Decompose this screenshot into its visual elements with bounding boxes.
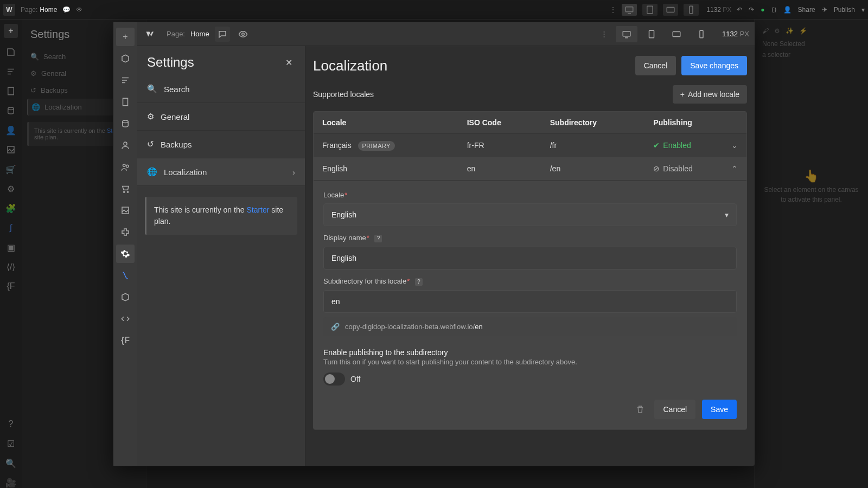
modal-apps-icon[interactable]: [116, 223, 135, 241]
locale-name-en: English: [314, 157, 458, 181]
locale-row-fr[interactable]: Français PRIMARY fr-FR /fr ✔Enabled ⌄: [314, 134, 746, 157]
modal-ecommerce-icon[interactable]: [116, 179, 135, 198]
ecommerce-icon[interactable]: 🛒: [5, 164, 16, 175]
checklist-icon[interactable]: ☑: [5, 438, 16, 449]
link-icon: 🔗: [331, 323, 340, 331]
form-save-button[interactable]: Save: [702, 400, 737, 419]
close-settings-icon[interactable]: ✕: [282, 56, 295, 69]
share-button[interactable]: Share: [798, 6, 815, 14]
video-icon[interactable]: 🎥: [5, 477, 16, 488]
publish-chevron-icon[interactable]: ▾: [861, 6, 865, 14]
publish-icon[interactable]: ✈: [822, 6, 827, 14]
settings-rail-icon[interactable]: ⚙: [5, 183, 16, 194]
modal-breakpoint-tablet-icon[interactable]: [641, 26, 662, 42]
page-name[interactable]: Home: [40, 6, 57, 14]
publish-button[interactable]: Publish: [834, 6, 855, 14]
modal-breakpoint-desktop-icon[interactable]: [616, 26, 637, 42]
webflow-logo-icon[interactable]: W: [3, 4, 15, 16]
subdir-help-icon[interactable]: ?: [415, 278, 423, 286]
svg-point-7: [241, 33, 244, 35]
starter-link[interactable]: Starter: [246, 206, 269, 214]
breakpoint-tablet-landscape-icon[interactable]: [663, 4, 678, 16]
locales-table-card: Locale ISO Code Subdirectory Publishing …: [313, 111, 747, 430]
delete-locale-icon[interactable]: [633, 402, 648, 417]
style-brush-icon[interactable]: 🖌: [762, 27, 769, 35]
share-icon[interactable]: 👤: [783, 6, 792, 14]
audit-icon[interactable]: ⟨/⟩: [5, 261, 16, 272]
modal-assets-icon[interactable]: [116, 201, 135, 220]
search-rail-icon[interactable]: 🔍: [5, 458, 16, 468]
panel-cancel-button[interactable]: Cancel: [635, 56, 676, 75]
modal-preview-icon[interactable]: [235, 27, 251, 42]
modal-px-unit: PX: [740, 30, 749, 38]
form-cancel-button[interactable]: Cancel: [654, 400, 695, 419]
pages-icon[interactable]: [5, 47, 16, 57]
locale-row-en[interactable]: English en /en ⊘Disabled ⌃: [314, 157, 746, 181]
modal-topbar: Page: Home ⋮ 1132 PX: [137, 22, 755, 46]
breakpoint-tablet-icon[interactable]: [642, 4, 658, 16]
modal-logic-icon[interactable]: [116, 266, 135, 285]
display-help-icon[interactable]: ?: [374, 235, 382, 242]
modal-breakpoint-tablet-landscape-icon[interactable]: [666, 26, 687, 42]
settings-general-label: General: [161, 112, 189, 121]
display-name-label: Display name* ?: [323, 234, 737, 242]
custom-code-icon[interactable]: {F: [5, 281, 16, 292]
help-icon[interactable]: ?: [5, 419, 16, 429]
chevron-up-icon[interactable]: ⌃: [731, 164, 738, 173]
navigator-icon[interactable]: [5, 66, 16, 77]
cms-icon[interactable]: [5, 105, 16, 116]
url-preview: 🔗 copy-digidop-localization-beta.webflow…: [323, 317, 737, 336]
users-icon[interactable]: 👤: [5, 125, 16, 136]
modal-breakpoint-mobile-icon[interactable]: [691, 26, 712, 42]
more-vertical-icon[interactable]: ⋮: [610, 6, 616, 14]
modal-more-icon[interactable]: ⋮: [597, 26, 610, 42]
modal-settings-icon[interactable]: [116, 245, 135, 263]
style-gear-icon[interactable]: ⚙: [774, 27, 780, 35]
code-icon[interactable]: ⟨⟩: [771, 6, 777, 14]
comments-icon[interactable]: 💬: [62, 6, 71, 14]
panel-save-changes-button[interactable]: Save changes: [681, 56, 747, 75]
undo-icon[interactable]: ↶: [737, 6, 742, 14]
toggle-state-label: Off: [350, 375, 360, 383]
modal-custom-font-icon[interactable]: {F: [116, 331, 135, 350]
apps-icon[interactable]: 🧩: [5, 203, 16, 214]
modal-users-icon[interactable]: [116, 136, 135, 155]
preview-eye-icon[interactable]: 👁: [76, 6, 82, 14]
modal-components-icon[interactable]: [116, 93, 135, 111]
modal-variables-icon[interactable]: [116, 288, 135, 306]
chevron-down-icon[interactable]: ⌄: [731, 141, 738, 150]
logic-icon[interactable]: ∫: [5, 222, 16, 233]
components-icon[interactable]: [5, 86, 16, 97]
modal-navigator-icon[interactable]: [116, 71, 135, 89]
settings-search-item[interactable]: 🔍 Search: [137, 75, 305, 103]
modal-add-icon[interactable]: +: [116, 28, 135, 46]
redo-icon[interactable]: ↷: [749, 6, 754, 14]
modal-comments-icon[interactable]: [215, 27, 230, 42]
modal-cms-icon[interactable]: [116, 114, 135, 133]
assets-icon[interactable]: [5, 144, 16, 155]
modal-page-name[interactable]: Home: [190, 30, 209, 38]
col-publishing: Publishing: [644, 112, 746, 134]
subdir-input[interactable]: [323, 290, 737, 313]
plus-icon: +: [680, 90, 685, 99]
modal-code-icon[interactable]: [116, 310, 135, 328]
settings-general-item[interactable]: ⚙ General: [137, 103, 305, 131]
locale-select[interactable]: English: [323, 203, 737, 226]
add-locale-button[interactable]: + Add new locale: [673, 85, 747, 104]
display-name-input[interactable]: [323, 247, 737, 269]
settings-localization-item[interactable]: 🌐 Localization ›: [137, 158, 305, 186]
add-element-icon[interactable]: +: [4, 24, 18, 38]
enable-publish-toggle[interactable]: [323, 373, 345, 386]
modal-users2-icon[interactable]: [116, 158, 135, 176]
canvas-width: 1132: [706, 6, 721, 14]
svg-rect-4: [8, 87, 14, 95]
breakpoint-mobile-icon[interactable]: [684, 4, 699, 16]
modal-pages-icon[interactable]: [116, 49, 135, 68]
locale-iso-en: en: [458, 157, 541, 181]
breakpoint-desktop-icon[interactable]: [622, 4, 637, 16]
modal-webflow-logo-icon[interactable]: [143, 27, 158, 42]
variables-icon[interactable]: ▣: [5, 242, 16, 253]
style-interactions-icon[interactable]: ✨: [786, 27, 794, 35]
style-effects-icon[interactable]: ⚡: [799, 27, 807, 35]
settings-backups-item[interactable]: ↺ Backups: [137, 131, 305, 158]
